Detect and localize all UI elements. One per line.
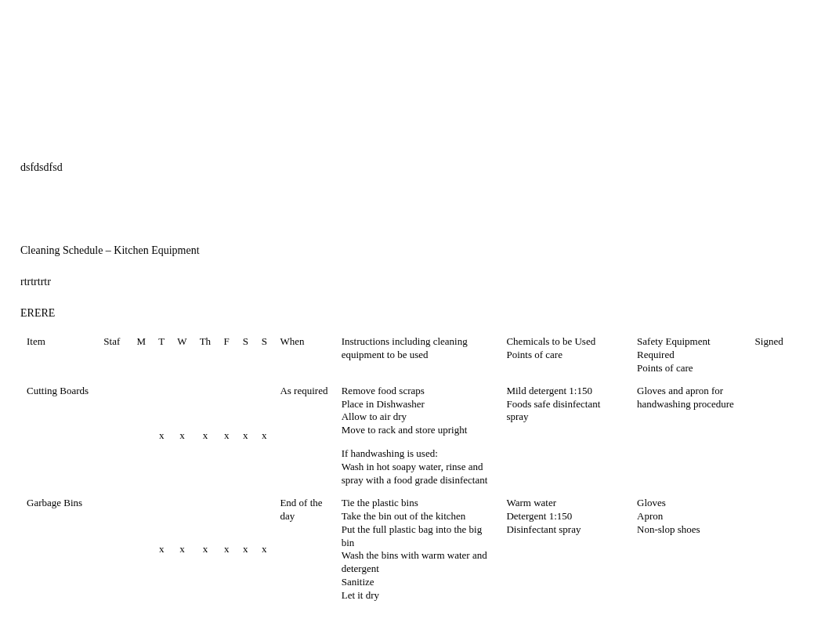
cell-when: End of the day [273, 492, 335, 607]
instr-line: Place in Dishwasher [342, 398, 494, 411]
table-row: Garbage Bins x x x x x x End of the day … [20, 492, 812, 607]
col-sun: S [255, 331, 273, 380]
cell-chemicals: Mild detergent 1:150 Foods safe disinfec… [500, 380, 631, 492]
col-instr-line1: Instructions including cleaning [342, 335, 494, 349]
cell-instructions: Remove food scraps Place in Dishwasher A… [335, 380, 501, 492]
instr-line: Wash in hot soapy water, rinse and [342, 461, 494, 474]
cell-safety: Gloves and apron for handwashing procedu… [631, 380, 749, 492]
safe-line: handwashing procedure [637, 398, 743, 411]
instr-line: Let it dry [342, 589, 494, 602]
cell-safety: Gloves Apron Non-slop shoes [631, 492, 749, 607]
chem-line: Foods safe disinfectant spray [506, 398, 624, 425]
instr-line: Move to rack and store upright [342, 424, 494, 437]
cell-item: Garbage Bins [20, 492, 97, 607]
cell-sat: x [236, 492, 255, 607]
col-safe-line2: Points of care [637, 362, 743, 375]
instr-line: Put the full plastic bag into the big bi… [342, 523, 494, 550]
chem-line: Warm water [506, 497, 624, 510]
stray-text-1: dsfdsdfsd [20, 161, 812, 174]
safe-line: Non-slop shoes [637, 523, 743, 537]
instr-line: Allow to air dry [342, 411, 494, 424]
stray-text-3: ERERE [20, 307, 812, 320]
cell-mon [131, 492, 153, 607]
col-mon: M [131, 331, 153, 380]
chem-line: Detergent 1:150 [506, 510, 624, 523]
col-safety: Safety Equipment Required Points of care [631, 331, 749, 380]
cell-wed: x [171, 492, 193, 607]
cell-when: As required [273, 380, 335, 492]
table-row: Cutting Boards x x x x x x As required R… [20, 380, 812, 492]
col-when: When [273, 331, 335, 380]
cell-sat: x [236, 380, 255, 492]
col-instructions: Instructions including cleaning equipmen… [335, 331, 501, 380]
cell-tue: x [152, 380, 171, 492]
cell-staf [97, 492, 130, 607]
col-chem-line2: Points of care [506, 349, 624, 362]
chem-line: Mild detergent 1:150 [506, 385, 624, 398]
cell-mon [131, 380, 153, 492]
cell-fri: x [217, 492, 236, 607]
cell-chemicals: Warm water Detergent 1:150 Disinfectant … [500, 492, 631, 607]
instr-line: Wash the bins with warm water and [342, 549, 494, 563]
col-chemicals: Chemicals to be Used Points of care [500, 331, 631, 380]
col-wed: W [171, 331, 193, 380]
cell-instructions: Tie the plastic bins Take the bin out of… [335, 492, 501, 607]
col-tue: T [152, 331, 171, 380]
schedule-table: Item Staf M T W Th F S S When Instructio… [20, 331, 812, 607]
chem-line: Disinfectant spray [506, 523, 624, 537]
safe-line: Gloves and apron for [637, 385, 743, 398]
instr-line: spray with a food grade disinfectant [342, 474, 494, 487]
cell-sun: x [255, 380, 273, 492]
instr-line: Remove food scraps [342, 385, 494, 398]
col-signed: Signed [749, 331, 812, 380]
instr-line: If handwashing is used: [342, 447, 494, 461]
cell-staf [97, 380, 130, 492]
cell-item: Cutting Boards [20, 380, 97, 492]
cell-wed: x [171, 380, 193, 492]
cell-sun: x [255, 492, 273, 607]
col-fri: F [217, 331, 236, 380]
col-staf: Staf [97, 331, 130, 380]
col-instr-line2: equipment to be used [342, 349, 494, 362]
page-title: Cleaning Schedule – Kitchen Equipment [20, 244, 812, 257]
col-chem-line1: Chemicals to be Used [506, 335, 624, 349]
table-header-row: Item Staf M T W Th F S S When Instructio… [20, 331, 812, 380]
cell-thu: x [194, 380, 218, 492]
cell-tue: x [152, 492, 171, 607]
safe-line: Apron [637, 510, 743, 523]
instr-line: detergent [342, 563, 494, 576]
col-item: Item [20, 331, 97, 380]
col-sat: S [236, 331, 255, 380]
stray-text-2: rtrtrtrtr [20, 276, 812, 288]
cell-signed [749, 380, 812, 492]
cell-thu: x [194, 492, 218, 607]
cell-signed [749, 492, 812, 607]
col-thu: Th [194, 331, 218, 380]
instr-line: Sanitize [342, 576, 494, 589]
cell-fri: x [217, 380, 236, 492]
instr-line: Take the bin out of the kitchen [342, 510, 494, 523]
instr-line: Tie the plastic bins [342, 497, 494, 510]
instr-blank [342, 437, 494, 447]
safe-line: Gloves [637, 497, 743, 510]
col-safe-line1: Safety Equipment Required [637, 335, 743, 362]
